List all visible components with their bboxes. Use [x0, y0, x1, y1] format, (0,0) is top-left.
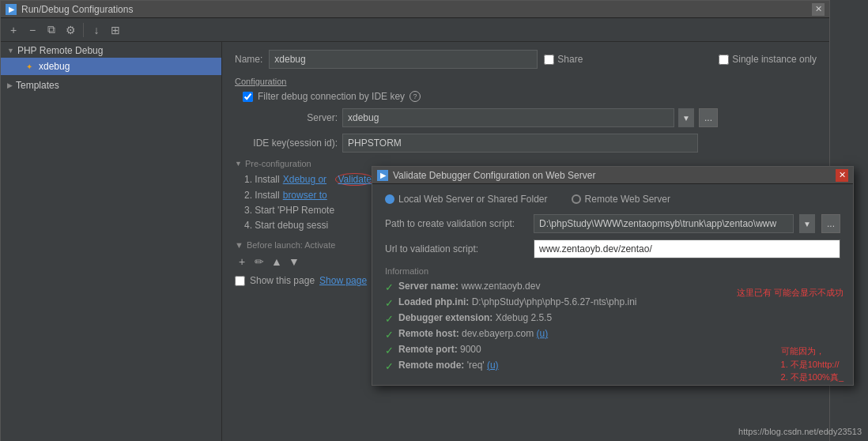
single-instance-label: Single instance only — [732, 54, 817, 65]
share-checkbox[interactable]: Share — [544, 54, 583, 65]
info-section: Information ✓ Server name: www.zentaoyb.… — [385, 266, 840, 372]
dialog-title-bar: ▶ Validate Debugger Configuration on Web… — [372, 167, 853, 184]
radio-remote-dot — [572, 194, 581, 204]
check-icon-4: ✓ — [385, 329, 394, 341]
server-input[interactable] — [342, 108, 674, 127]
dialog-title-left: ▶ Validate Debugger Configuration on Web… — [377, 170, 595, 181]
sort-button[interactable]: ⊞ — [108, 22, 123, 38]
filter-checkbox[interactable] — [243, 92, 253, 102]
preconfig-expand-icon: ▼ — [235, 160, 242, 168]
window-title: Run/Debug Configurations — [21, 4, 133, 15]
title-bar-left: ▶ Run/Debug Configurations — [6, 4, 133, 15]
remote-mode-link[interactable]: (u) — [487, 360, 499, 371]
tree-expand-icon: ▼ — [7, 47, 14, 55]
install-browser-link[interactable]: browser to — [283, 190, 327, 201]
before-launch-expand-icon: ▼ — [235, 240, 243, 250]
validate-link[interactable]: Validate — [335, 173, 373, 186]
show-page-link[interactable]: Show page — [319, 275, 367, 286]
server-more-button[interactable]: ... — [699, 108, 718, 127]
copy-config-button[interactable]: ⧉ — [43, 22, 59, 38]
before-launch-label: Before launch: Activate — [247, 240, 336, 250]
server-row: Server: ▼ ... — [235, 108, 817, 127]
step-3-text: 3. Start 'PHP Remote — [244, 205, 334, 216]
server-dropdown-arrow[interactable]: ▼ — [678, 108, 694, 127]
radio-local-dot — [385, 194, 394, 204]
single-instance-check[interactable] — [719, 55, 729, 65]
close-button[interactable]: ✕ — [812, 3, 825, 16]
help-icon[interactable]: ? — [409, 91, 421, 102]
path-row: Path to create validation script: ▼ ... — [385, 214, 840, 233]
check-icon-3: ✓ — [385, 313, 394, 325]
app-icon: ▶ — [6, 4, 17, 15]
name-row: Name: Share Single instance only — [235, 50, 817, 69]
debugger-ext-label: Debugger extension: Xdebug 2.5.5 — [398, 312, 552, 323]
annotation-2: 可能因为，1. 不是10http://2. 不是100%真_ — [781, 345, 843, 384]
php-ini-label: Loaded php.ini: D:\phpStudy\php\php-5.6.… — [398, 296, 636, 307]
title-bar: ▶ Run/Debug Configurations ✕ — [1, 1, 829, 18]
path-input[interactable] — [534, 214, 794, 233]
preconfig-label: Pre-configuration — [245, 159, 311, 168]
radio-local[interactable]: Local Web Server or Shared Folder — [385, 194, 548, 205]
xdebug-label: xdebug — [39, 61, 70, 72]
dialog-body: Local Web Server or Shared Folder Remote… — [372, 184, 853, 385]
main-toolbar: + − ⧉ ⚙ ↓ ⊞ — [1, 18, 829, 42]
toolbar-separator — [83, 23, 84, 37]
show-page-checkbox[interactable] — [235, 276, 245, 286]
validate-dialog: ▶ Validate Debugger Configuration on Web… — [372, 166, 854, 386]
url-input[interactable] — [534, 239, 840, 258]
info-debugger-ext: ✓ Debugger extension: Xdebug 2.5.5 — [385, 312, 840, 325]
launch-edit-button[interactable]: ✏ — [252, 254, 266, 269]
info-remote-port: ✓ Remote port: 9000 — [385, 344, 840, 356]
filter-label: Filter debug connection by IDE key — [258, 91, 405, 102]
step-4-text: 4. Start debug sessi — [244, 220, 328, 231]
ide-key-label: IDE key(session id): — [235, 138, 338, 149]
step-1-mid — [330, 174, 332, 185]
info-remote-mode: ✓ Remote mode: 'req' (u) — [385, 360, 840, 372]
add-config-button[interactable]: + — [6, 22, 21, 38]
name-input[interactable] — [269, 50, 538, 69]
remote-host-label: Remote host: dev.ebayerp.com (u) — [398, 328, 548, 339]
single-instance-checkbox[interactable]: Single instance only — [719, 54, 817, 65]
name-label: Name: — [235, 54, 262, 65]
share-check[interactable] — [544, 55, 554, 65]
tree-item-xdebug[interactable]: ✦ xdebug — [1, 58, 221, 75]
url-row: Url to validation script: — [385, 239, 840, 258]
server-label: Server: — [235, 112, 338, 123]
ide-key-input[interactable] — [342, 134, 698, 153]
tree-section-php: ▼ PHP Remote Debug — [1, 42, 221, 58]
templates-expand-icon: ▶ — [7, 81, 13, 89]
radio-remote-label: Remote Web Server — [585, 194, 671, 205]
check-icon-5: ✓ — [385, 345, 394, 356]
dialog-title-text: Validate Debugger Configuration on Web S… — [393, 170, 595, 181]
remote-host-link[interactable]: (u) — [537, 328, 549, 339]
dialog-close-button[interactable]: ✕ — [836, 169, 848, 182]
step-1-num: 1. Install — [244, 174, 280, 185]
path-dropdown[interactable]: ▼ — [799, 214, 815, 233]
step-2-num: 2. Install — [244, 190, 280, 201]
filter-row: Filter debug connection by IDE key ? — [243, 91, 817, 102]
radio-local-label: Local Web Server or Shared Folder — [398, 194, 548, 205]
settings-button[interactable]: ⚙ — [62, 22, 78, 38]
check-icon-1: ✓ — [385, 281, 394, 293]
php-remote-debug-label: PHP Remote Debug — [17, 45, 104, 56]
templates-label: Templates — [16, 80, 59, 91]
remote-port-label: Remote port: 9000 — [398, 344, 481, 355]
tree-section-templates[interactable]: ▶ Templates — [1, 77, 221, 92]
move-down-button[interactable]: ↓ — [89, 22, 104, 38]
check-icon-6: ✓ — [385, 360, 394, 372]
path-more-button[interactable]: ... — [821, 214, 840, 233]
launch-up-button[interactable]: ▲ — [270, 254, 284, 269]
remove-config-button[interactable]: − — [25, 22, 40, 38]
annotation-1: 这里已有 可能会显示不成功 — [737, 287, 843, 299]
radio-row: Local Web Server or Shared Folder Remote… — [385, 194, 840, 205]
server-name-label: Server name: www.zentaoyb.dev — [398, 281, 540, 292]
left-panel: ▼ PHP Remote Debug ✦ xdebug ▶ Templates — [1, 42, 222, 441]
launch-down-button[interactable]: ▼ — [287, 254, 301, 269]
path-label: Path to create validation script: — [385, 218, 527, 229]
launch-add-button[interactable]: + — [235, 254, 249, 269]
info-title: Information — [385, 266, 840, 276]
dialog-app-icon: ▶ — [377, 170, 388, 181]
xdebug-link[interactable]: Xdebug or — [283, 174, 326, 185]
xdebug-icon: ✦ — [23, 60, 36, 73]
radio-remote[interactable]: Remote Web Server — [572, 194, 671, 205]
